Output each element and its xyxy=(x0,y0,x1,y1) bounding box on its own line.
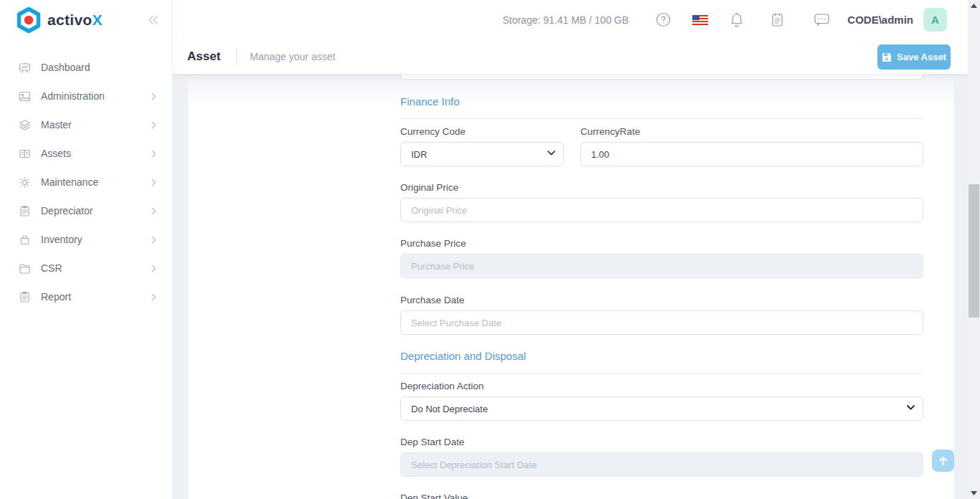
csr-folder-icon xyxy=(19,262,31,275)
purchase-price-input xyxy=(400,254,923,278)
dep-start-date-input xyxy=(400,452,923,477)
brand-name: activoX xyxy=(47,11,103,29)
maintenance-gear-icon xyxy=(19,176,31,189)
scroll-to-top-button[interactable] xyxy=(932,450,954,472)
scrollbar-up-arrow[interactable] xyxy=(968,0,980,11)
chevron-right-icon xyxy=(151,207,156,215)
sidebar-item-administration[interactable]: Administration xyxy=(0,82,172,110)
storage-usage-text: Storage: 91.41 MB / 100 GB xyxy=(502,14,628,26)
sidebar-item-label: Administration xyxy=(41,90,105,102)
sidebar-item-label: Dashboard xyxy=(41,62,90,73)
inventory-box-icon xyxy=(19,234,31,246)
sidebar-item-label: Depreciator xyxy=(41,205,93,217)
header-divider xyxy=(236,48,237,65)
sidebar-item-inventory[interactable]: Inventory xyxy=(0,225,172,254)
language-flag-icon[interactable] xyxy=(692,15,708,25)
vertical-scrollbar xyxy=(968,0,980,499)
currency-code-label: Currency Code xyxy=(400,126,466,137)
sidebar-item-assets[interactable]: Assets xyxy=(0,139,172,168)
dep-start-value-label: Dep Start Value xyxy=(400,493,468,499)
topbar: Storage: 91.41 MB / 100 GB CODE\admin xyxy=(172,0,980,39)
currency-code-select[interactable]: IDR xyxy=(400,142,564,166)
asset-form-card: Finance Info Currency Code IDR CurrencyR… xyxy=(188,74,954,499)
save-floppy-icon xyxy=(882,52,892,62)
activity-log-icon[interactable] xyxy=(770,12,785,28)
sidebar-item-report[interactable]: Report xyxy=(0,282,172,311)
purchase-date-label: Purchase Date xyxy=(400,295,464,305)
brand: activoX xyxy=(0,0,172,40)
scrollbar-thumb[interactable] xyxy=(969,184,979,318)
sidebar-item-maintenance[interactable]: Maintenance xyxy=(0,168,172,196)
administration-icon xyxy=(19,90,31,103)
asset-form: Finance Info Currency Code IDR CurrencyR… xyxy=(400,74,923,499)
dep-start-date-label: Dep Start Date xyxy=(400,437,464,447)
depreciation-action-select-wrap: Do Not Depreciate xyxy=(400,396,923,421)
sidebar-item-label: Maintenance xyxy=(41,176,98,188)
currency-code-select-wrap: IDR xyxy=(400,142,564,166)
depreciation-action-label: Depreciation Action xyxy=(400,381,484,391)
sidebar-item-label: Master xyxy=(41,119,72,130)
save-asset-button[interactable]: Save Asset xyxy=(877,44,951,70)
currency-rate-input[interactable] xyxy=(580,142,923,166)
previous-field-cutoff-input[interactable] xyxy=(400,74,923,80)
brand-name-main: activo xyxy=(47,11,93,28)
notifications-bell-icon[interactable] xyxy=(730,12,744,28)
dashboard-icon xyxy=(19,62,31,74)
double-chevron-left-icon xyxy=(146,15,159,25)
currency-rate-label: CurrencyRate xyxy=(580,126,640,137)
sidebar-item-label: CSR xyxy=(41,262,62,274)
current-user-label: CODE\admin xyxy=(847,14,913,26)
messages-icon[interactable] xyxy=(814,12,830,27)
sidebar-item-dashboard[interactable]: Dashboard xyxy=(0,53,172,82)
chevron-right-icon xyxy=(151,293,156,301)
main-area: Storage: 91.41 MB / 100 GB CODE\admin xyxy=(172,0,980,499)
arrow-up-icon xyxy=(938,456,948,466)
sidebar-collapse-button[interactable] xyxy=(146,15,159,25)
page-header: Asset Manage your asset Save Asset xyxy=(172,39,980,74)
original-price-label: Original Price xyxy=(400,182,458,193)
scrollbar-down-arrow[interactable] xyxy=(968,488,980,499)
assets-icon xyxy=(19,148,31,160)
help-icon[interactable] xyxy=(656,12,671,27)
finance-info-heading: Finance Info xyxy=(400,95,460,108)
chevron-right-icon xyxy=(151,179,156,186)
app-window: activoX Dashboard Administration xyxy=(0,0,980,499)
report-clipboard-icon xyxy=(19,291,31,303)
depreciator-clipboard-icon xyxy=(19,205,31,217)
sidebar-menu: Dashboard Administration Master xyxy=(0,53,172,311)
sidebar-item-label: Report xyxy=(41,291,71,303)
activox-logo-icon xyxy=(16,7,42,33)
sidebar-item-label: Inventory xyxy=(41,234,83,245)
purchase-price-label: Purchase Price xyxy=(400,238,466,249)
brand-name-x: X xyxy=(93,11,103,28)
chevron-right-icon xyxy=(151,265,156,272)
section-divider xyxy=(400,118,923,119)
content-area: Finance Info Currency Code IDR CurrencyR… xyxy=(172,74,980,499)
user-avatar[interactable]: A xyxy=(923,8,947,32)
chevron-right-icon xyxy=(151,150,156,158)
chevron-right-icon xyxy=(151,92,156,100)
page-subtitle: Manage your asset xyxy=(250,51,335,62)
master-layers-icon xyxy=(19,119,31,131)
sidebar-item-depreciator[interactable]: Depreciator xyxy=(0,196,172,225)
sidebar-item-label: Assets xyxy=(41,148,71,159)
save-asset-label: Save Asset xyxy=(897,52,946,62)
chevron-right-icon xyxy=(151,121,156,129)
purchase-date-input[interactable] xyxy=(400,310,923,335)
section-divider xyxy=(400,373,923,374)
sidebar-item-master[interactable]: Master xyxy=(0,110,172,139)
original-price-input[interactable] xyxy=(400,198,923,222)
chevron-right-icon xyxy=(151,236,156,244)
sidebar: activoX Dashboard Administration xyxy=(0,0,172,499)
page-title: Asset xyxy=(187,49,220,64)
sidebar-item-csr[interactable]: CSR xyxy=(0,254,172,282)
depreciation-action-select[interactable]: Do Not Depreciate xyxy=(400,396,923,421)
depreciation-disposal-heading: Depreciation and Disposal xyxy=(400,350,526,362)
